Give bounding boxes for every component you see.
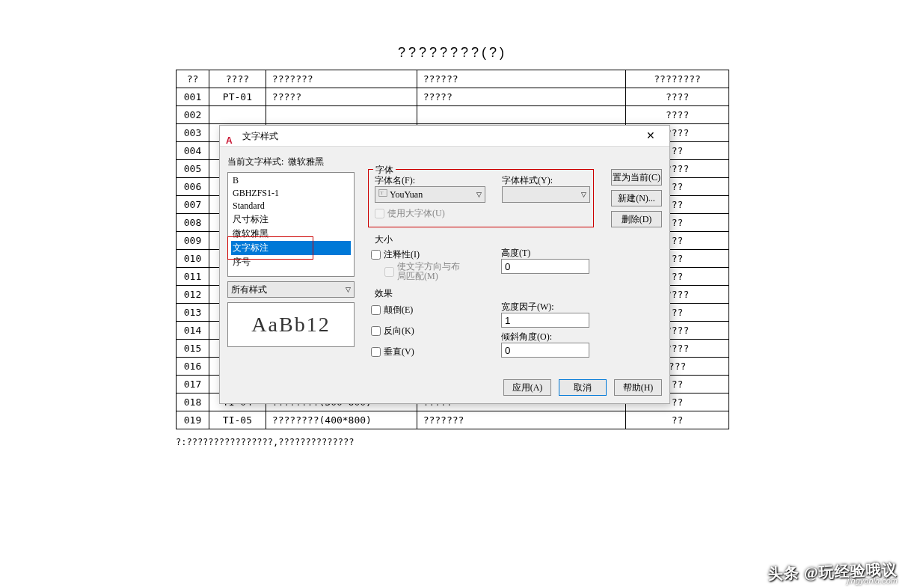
apply-button[interactable]: 应用(A) [503, 379, 551, 396]
new-button[interactable]: 新建(N)... [611, 190, 662, 206]
style-list-item[interactable]: 文字标注 [231, 241, 351, 255]
effects-group-label: 效果 [372, 287, 395, 300]
dialog-titlebar: A 文字样式 ✕ [220, 126, 669, 147]
style-list-item[interactable]: GBHZFS1-1 [231, 187, 351, 200]
footer-note: ?:????????????????,?????????????? [176, 437, 729, 447]
font-name-dropdown[interactable]: TYouYuan ▽ [375, 186, 485, 203]
table-header: ??????? [266, 70, 417, 88]
dialog-title: 文字样式 [242, 126, 638, 147]
style-list-item[interactable]: 序号 [231, 255, 351, 269]
chevron-down-icon: ▽ [346, 286, 351, 293]
size-group: 大小 注释性(I) 使文字方向与布局匹配(M) 高度(T) [368, 239, 594, 283]
style-filter-dropdown[interactable]: 所有样式 ▽ [227, 281, 355, 298]
font-name-label: 字体名(F): [375, 174, 415, 187]
effects-group: 效果 颠倒(E) 反向(K) 垂直(V) 宽度因子(W): 倾斜角度(O): [368, 293, 594, 361]
width-factor-label: 宽度因子(W): [501, 301, 554, 313]
size-group-label: 大小 [372, 233, 395, 246]
bigfont-checkbox: 使用大字体(U) [375, 207, 445, 220]
svg-text:T: T [380, 190, 384, 195]
upside-down-checkbox[interactable]: 颠倒(E) [371, 304, 413, 316]
app-icon: A [226, 130, 238, 142]
oblique-input[interactable] [501, 343, 589, 358]
help-button[interactable]: 帮助(H) [614, 379, 662, 396]
height-input[interactable] [501, 259, 589, 274]
table-header: ?? [177, 70, 209, 88]
page-title: ????????(?) [176, 45, 729, 61]
style-list-item[interactable]: 尺寸标注 [231, 212, 351, 227]
text-style-dialog: A 文字样式 ✕ 当前文字样式: 微软雅黑 样式(S): BGBHZFS1-1S… [219, 125, 670, 404]
height-label: 高度(T) [501, 247, 530, 260]
style-listbox[interactable]: BGBHZFS1-1Standard尺寸标注微软雅黑文字标注序号 [227, 172, 355, 277]
font-style-label: 字体样式(Y): [502, 174, 553, 187]
chevron-down-icon: ▽ [476, 191, 482, 198]
set-current-button[interactable]: 置为当前(C) [611, 169, 662, 186]
chevron-down-icon: ▽ [581, 191, 586, 198]
style-list-item[interactable]: Standard [231, 200, 351, 212]
table-header: ???? [209, 70, 266, 88]
table-row: 001PT-01?????????????? [177, 88, 729, 106]
font-style-dropdown[interactable]: ▽ [502, 186, 590, 203]
font-group: 字体 字体名(F): TYouYuan ▽ 字体样式(Y): ▽ 使用大字体(U… [368, 169, 594, 227]
close-icon[interactable]: ✕ [638, 126, 663, 147]
delete-button[interactable]: 删除(D) [611, 211, 662, 227]
oblique-label: 倾斜角度(O): [501, 331, 552, 343]
match-orient-checkbox: 使文字方向与布局匹配(M) [384, 262, 467, 281]
style-list-item[interactable]: B [231, 174, 351, 187]
style-list-item[interactable]: 微软雅黑 [231, 227, 351, 241]
current-style-label: 当前文字样式: 微软雅黑 [227, 156, 662, 168]
vertical-checkbox[interactable]: 垂直(V) [371, 346, 414, 358]
table-row: 019TI-05????????(400*800)????????? [177, 411, 729, 429]
table-header: ?????? [417, 70, 626, 88]
backwards-checkbox[interactable]: 反向(K) [371, 325, 414, 337]
width-factor-input[interactable] [501, 313, 589, 328]
table-header: ???????? [626, 70, 729, 88]
font-preview: AaBb12 [227, 302, 355, 347]
annotative-checkbox[interactable]: 注释性(I) [371, 248, 420, 261]
table-row: 002???? [177, 106, 729, 124]
cancel-button[interactable]: 取消 [559, 379, 607, 396]
watermark-url: jingyanla.com [847, 576, 898, 585]
